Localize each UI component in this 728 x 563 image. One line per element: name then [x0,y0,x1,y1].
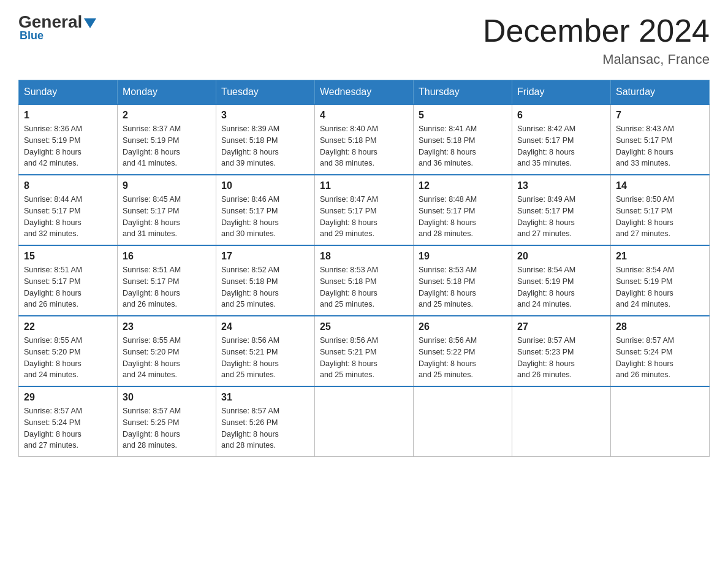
day-number: 23 [123,321,211,332]
day-number: 14 [616,180,704,191]
day-number: 11 [320,180,408,191]
day-info: Sunrise: 8:52 AMSunset: 5:18 PMDaylight:… [221,264,309,310]
day-info: Sunrise: 8:49 AMSunset: 5:17 PMDaylight:… [517,194,605,240]
calendar-cell: 2 Sunrise: 8:37 AMSunset: 5:19 PMDayligh… [118,104,216,175]
day-number: 25 [320,321,408,332]
day-number: 8 [24,180,112,191]
logo-triangle-icon [84,18,96,28]
weekday-header-monday: Monday [118,80,216,105]
calendar-cell: 14 Sunrise: 8:50 AMSunset: 5:17 PMDaylig… [611,175,710,245]
weekday-header-friday: Friday [512,80,611,105]
calendar-cell: 7 Sunrise: 8:43 AMSunset: 5:17 PMDayligh… [611,104,710,175]
day-info: Sunrise: 8:40 AMSunset: 5:18 PMDaylight:… [320,123,408,169]
day-number: 18 [320,251,408,262]
calendar-cell: 28 Sunrise: 8:57 AMSunset: 5:24 PMDaylig… [611,316,710,386]
day-info: Sunrise: 8:39 AMSunset: 5:18 PMDaylight:… [221,123,309,169]
day-number: 28 [616,321,704,332]
day-info: Sunrise: 8:36 AMSunset: 5:19 PMDaylight:… [24,123,112,169]
day-info: Sunrise: 8:56 AMSunset: 5:22 PMDaylight:… [419,335,507,381]
calendar-cell: 22 Sunrise: 8:55 AMSunset: 5:20 PMDaylig… [19,316,118,386]
week-row-5: 29 Sunrise: 8:57 AMSunset: 5:24 PMDaylig… [19,386,710,457]
day-number: 5 [419,110,507,121]
day-info: Sunrise: 8:57 AMSunset: 5:26 PMDaylight:… [221,405,309,451]
day-info: Sunrise: 8:41 AMSunset: 5:18 PMDaylight:… [419,123,507,169]
day-number: 13 [517,180,605,191]
calendar-cell: 12 Sunrise: 8:48 AMSunset: 5:17 PMDaylig… [414,175,512,245]
day-info: Sunrise: 8:54 AMSunset: 5:19 PMDaylight:… [616,264,704,310]
week-row-4: 22 Sunrise: 8:55 AMSunset: 5:20 PMDaylig… [19,316,710,386]
weekday-header-thursday: Thursday [414,80,512,105]
day-info: Sunrise: 8:51 AMSunset: 5:17 PMDaylight:… [123,264,211,310]
day-number: 31 [221,392,309,403]
weekday-header-wednesday: Wednesday [315,80,414,105]
day-number: 24 [221,321,309,332]
day-info: Sunrise: 8:44 AMSunset: 5:17 PMDaylight:… [24,194,112,240]
weekday-header-sunday: Sunday [19,80,118,105]
calendar-cell: 8 Sunrise: 8:44 AMSunset: 5:17 PMDayligh… [19,175,118,245]
day-info: Sunrise: 8:57 AMSunset: 5:24 PMDaylight:… [616,335,704,381]
calendar-cell: 9 Sunrise: 8:45 AMSunset: 5:17 PMDayligh… [118,175,216,245]
day-info: Sunrise: 8:55 AMSunset: 5:20 PMDaylight:… [123,335,211,381]
calendar-cell: 17 Sunrise: 8:52 AMSunset: 5:18 PMDaylig… [216,245,315,316]
day-info: Sunrise: 8:53 AMSunset: 5:18 PMDaylight:… [419,264,507,310]
week-row-2: 8 Sunrise: 8:44 AMSunset: 5:17 PMDayligh… [19,175,710,245]
day-number: 20 [517,251,605,262]
calendar-cell: 15 Sunrise: 8:51 AMSunset: 5:17 PMDaylig… [19,245,118,316]
day-number: 21 [616,251,704,262]
day-info: Sunrise: 8:57 AMSunset: 5:25 PMDaylight:… [123,405,211,451]
calendar-cell: 24 Sunrise: 8:56 AMSunset: 5:21 PMDaylig… [216,316,315,386]
day-number: 26 [419,321,507,332]
day-info: Sunrise: 8:47 AMSunset: 5:17 PMDaylight:… [320,194,408,240]
day-info: Sunrise: 8:43 AMSunset: 5:17 PMDaylight:… [616,123,704,169]
day-number: 27 [517,321,605,332]
week-row-1: 1 Sunrise: 8:36 AMSunset: 5:19 PMDayligh… [19,104,710,175]
weekday-header-saturday: Saturday [611,80,710,105]
day-number: 19 [419,251,507,262]
calendar-cell [315,386,414,457]
weekday-header-row: SundayMondayTuesdayWednesdayThursdayFrid… [19,80,710,105]
calendar-cell: 27 Sunrise: 8:57 AMSunset: 5:23 PMDaylig… [512,316,611,386]
day-info: Sunrise: 8:50 AMSunset: 5:17 PMDaylight:… [616,194,704,240]
header: General Blue December 2024 Malansac, Fra… [18,12,710,67]
day-info: Sunrise: 8:57 AMSunset: 5:24 PMDaylight:… [24,405,112,451]
day-number: 10 [221,180,309,191]
calendar-cell [611,386,710,457]
day-number: 2 [123,110,211,121]
day-info: Sunrise: 8:42 AMSunset: 5:17 PMDaylight:… [517,123,605,169]
day-info: Sunrise: 8:57 AMSunset: 5:23 PMDaylight:… [517,335,605,381]
calendar-cell [414,386,512,457]
day-info: Sunrise: 8:55 AMSunset: 5:20 PMDaylight:… [24,335,112,381]
day-number: 9 [123,180,211,191]
day-info: Sunrise: 8:51 AMSunset: 5:17 PMDaylight:… [24,264,112,310]
calendar-cell: 13 Sunrise: 8:49 AMSunset: 5:17 PMDaylig… [512,175,611,245]
day-number: 3 [221,110,309,121]
day-info: Sunrise: 8:37 AMSunset: 5:19 PMDaylight:… [123,123,211,169]
calendar-table: SundayMondayTuesdayWednesdayThursdayFrid… [18,80,710,457]
calendar-cell: 18 Sunrise: 8:53 AMSunset: 5:18 PMDaylig… [315,245,414,316]
day-info: Sunrise: 8:54 AMSunset: 5:19 PMDaylight:… [517,264,605,310]
day-number: 22 [24,321,112,332]
day-number: 30 [123,392,211,403]
weekday-header-tuesday: Tuesday [216,80,315,105]
calendar-cell: 4 Sunrise: 8:40 AMSunset: 5:18 PMDayligh… [315,104,414,175]
calendar-cell: 3 Sunrise: 8:39 AMSunset: 5:18 PMDayligh… [216,104,315,175]
day-number: 6 [517,110,605,121]
day-number: 15 [24,251,112,262]
day-number: 12 [419,180,507,191]
calendar-cell: 21 Sunrise: 8:54 AMSunset: 5:19 PMDaylig… [611,245,710,316]
day-number: 17 [221,251,309,262]
calendar-cell: 19 Sunrise: 8:53 AMSunset: 5:18 PMDaylig… [414,245,512,316]
calendar-cell: 20 Sunrise: 8:54 AMSunset: 5:19 PMDaylig… [512,245,611,316]
calendar-cell: 10 Sunrise: 8:46 AMSunset: 5:17 PMDaylig… [216,175,315,245]
calendar-cell: 5 Sunrise: 8:41 AMSunset: 5:18 PMDayligh… [414,104,512,175]
calendar-cell: 26 Sunrise: 8:56 AMSunset: 5:22 PMDaylig… [414,316,512,386]
day-info: Sunrise: 8:46 AMSunset: 5:17 PMDaylight:… [221,194,309,240]
title-area: December 2024 Malansac, France [483,12,710,67]
calendar-cell: 23 Sunrise: 8:55 AMSunset: 5:20 PMDaylig… [118,316,216,386]
calendar-cell: 31 Sunrise: 8:57 AMSunset: 5:26 PMDaylig… [216,386,315,457]
day-info: Sunrise: 8:53 AMSunset: 5:18 PMDaylight:… [320,264,408,310]
calendar-cell: 6 Sunrise: 8:42 AMSunset: 5:17 PMDayligh… [512,104,611,175]
week-row-3: 15 Sunrise: 8:51 AMSunset: 5:17 PMDaylig… [19,245,710,316]
calendar-cell: 16 Sunrise: 8:51 AMSunset: 5:17 PMDaylig… [118,245,216,316]
calendar-cell [512,386,611,457]
